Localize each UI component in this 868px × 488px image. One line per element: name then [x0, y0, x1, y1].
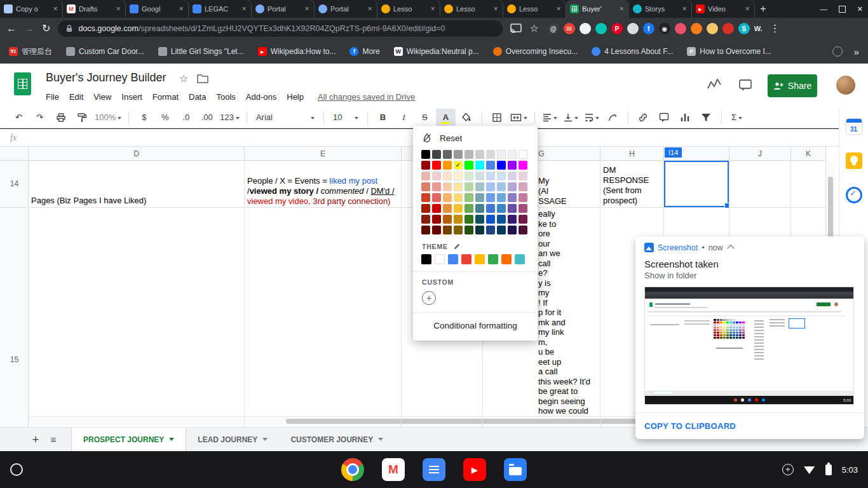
paint-format-button[interactable] [72, 110, 92, 125]
color-swatch-a61c00[interactable] [421, 204, 430, 213]
camera-extension-icon[interactable]: ◉ [659, 23, 670, 34]
sheet-tab-lead-journey[interactable]: LEAD JOURNEY [186, 428, 279, 452]
insert-comment-button[interactable] [654, 110, 674, 125]
save-status[interactable]: All changes saved in Drive [318, 92, 415, 102]
color-swatch-4c1130[interactable] [519, 226, 527, 234]
reload-button[interactable]: ↻ [42, 24, 50, 34]
font-select[interactable]: Arial [252, 110, 318, 125]
number-format-select[interactable]: 123 [218, 110, 241, 125]
color-swatch-6fa8dc[interactable] [497, 193, 506, 202]
theme-color-swatch-ea4335[interactable] [461, 254, 471, 264]
cell-g14[interactable]: My(AlSSAGE [538, 176, 599, 207]
color-swatch-a64d79[interactable] [519, 204, 527, 213]
color-swatch-5b0f00[interactable] [421, 226, 430, 234]
row-header-14[interactable]: 14 [0, 179, 29, 188]
color-swatch-9900ff[interactable] [508, 161, 517, 170]
add-sheet-button[interactable]: + [27, 431, 44, 449]
increase-decimal-button[interactable]: .00 [197, 110, 217, 125]
tab-close-icon[interactable]: ✕ [681, 5, 688, 13]
color-swatch-85200c[interactable] [421, 215, 430, 224]
color-swatch-ffd966[interactable] [454, 193, 463, 202]
cell-d14[interactable]: Pages (Biz Pages I have Liked) [31, 196, 146, 206]
bookmark-star-icon[interactable]: ☆ [529, 24, 538, 34]
white-extension-icon[interactable] [580, 23, 591, 34]
tab-close-icon[interactable]: ✕ [429, 5, 437, 13]
font-size-select[interactable]: 10 [329, 110, 362, 125]
color-swatch-45818e[interactable] [475, 204, 484, 213]
calendar-extension-icon[interactable] [707, 23, 718, 34]
all-sheets-button[interactable]: ≡ [44, 431, 62, 449]
tab-close-icon[interactable]: ✕ [303, 5, 311, 13]
bookmark-item[interactable]: Little Girl Sings "Let... [158, 47, 244, 56]
browser-tab[interactable]: Lesso✕ [503, 0, 566, 18]
tab-close-icon[interactable]: ✕ [743, 5, 751, 13]
mail-extension-icon[interactable]: ✉ [564, 23, 575, 34]
color-swatch-ffe599[interactable] [454, 182, 463, 191]
insert-link-button[interactable] [634, 110, 653, 125]
color-swatch-274e13[interactable] [465, 226, 473, 234]
menu-help[interactable]: Help [281, 90, 309, 104]
youtube-app-icon[interactable]: ▶ [463, 458, 486, 481]
color-swatch-f4cccc[interactable] [432, 172, 441, 180]
menu-addons[interactable]: Add-ons [241, 90, 281, 104]
menu-format[interactable]: Format [147, 90, 184, 104]
browser-tab[interactable]: ▶Video✕ [692, 0, 755, 18]
comment-history-icon[interactable] [738, 79, 752, 92]
teal-extension-icon[interactable] [595, 23, 607, 34]
menu-edit[interactable]: Edit [64, 90, 88, 104]
color-swatch-134f5c[interactable] [475, 215, 484, 224]
share-button[interactable]: Share [768, 74, 817, 97]
browser-tab[interactable]: LEGAC✕ [189, 0, 252, 18]
color-swatch-a2c4c9[interactable] [475, 182, 484, 191]
back-button[interactable]: ← [6, 24, 17, 34]
red-extension-icon[interactable] [722, 23, 734, 34]
horizontal-align-button[interactable] [540, 110, 560, 125]
text-color-button[interactable]: A [436, 109, 456, 126]
theme-color-swatch-fbbc04[interactable] [475, 254, 485, 264]
bookmark-item[interactable]: 51管理后台 [9, 46, 52, 57]
color-swatch-efefef[interactable] [497, 150, 506, 159]
address-bar[interactable]: docs.google.com/spreadsheets/d/1ZmLgzHU2… [58, 20, 503, 37]
text-rotation-button[interactable] [603, 110, 623, 125]
column-header-i[interactable]: I14 [664, 147, 729, 161]
teal-s-extension-icon[interactable]: S [738, 23, 750, 34]
menu-data[interactable]: Data [184, 90, 211, 104]
color-swatch-3d85c6[interactable] [497, 204, 506, 213]
color-swatch-b45f06[interactable] [443, 215, 452, 224]
color-swatch-cc0000[interactable] [432, 204, 441, 213]
color-swatch-a4c2f4[interactable] [486, 182, 495, 191]
color-swatch-4a86e8[interactable] [486, 161, 495, 170]
document-title[interactable]: Buyer's Journey Builder [46, 71, 166, 85]
color-swatch-8e7cc3[interactable] [508, 193, 517, 202]
tab-close-icon[interactable]: ✕ [51, 5, 59, 13]
redo-button[interactable]: ↷ [30, 110, 50, 125]
tab-close-icon[interactable]: ✕ [492, 5, 499, 13]
merge-cells-button[interactable] [508, 110, 529, 125]
color-swatch-bf9000[interactable] [454, 215, 463, 224]
bookmark-item[interactable]: Overcoming Insecu... [493, 47, 578, 56]
pinterest-extension-icon[interactable]: P [611, 23, 623, 34]
status-tray[interactable]: + 5:03 [782, 464, 868, 475]
color-swatch-00ff00[interactable] [465, 161, 473, 170]
cell-e14[interactable]: People / X = Events = liked my post /vie… [247, 176, 400, 207]
color-swatch-990000[interactable] [432, 215, 441, 224]
color-swatch-e6b8af[interactable] [421, 172, 430, 180]
theme-color-swatch-46bdc6[interactable] [515, 254, 525, 264]
sheets-logo-icon[interactable] [14, 72, 31, 95]
sheet-tab-menu-icon[interactable] [262, 438, 268, 444]
color-swatch-000000[interactable] [421, 150, 430, 159]
forward-button[interactable]: → [24, 24, 34, 34]
gray-extension-icon[interactable] [627, 23, 639, 34]
column-header-d[interactable]: D [29, 147, 245, 161]
format-percent-button[interactable]: % [155, 110, 175, 125]
create-filter-button[interactable] [696, 110, 716, 125]
color-swatch-00ffff[interactable] [475, 161, 484, 170]
undo-button[interactable]: ↶ [9, 110, 29, 125]
color-swatch-3c78d8[interactable] [486, 204, 495, 213]
menu-view[interactable]: View [88, 90, 116, 104]
tab-close-icon[interactable]: ✕ [177, 5, 185, 13]
color-swatch-76a5af[interactable] [475, 193, 484, 202]
color-swatch-ea9999[interactable] [432, 182, 441, 191]
print-button[interactable] [51, 110, 71, 125]
color-swatch-c27ba0[interactable] [519, 193, 527, 202]
